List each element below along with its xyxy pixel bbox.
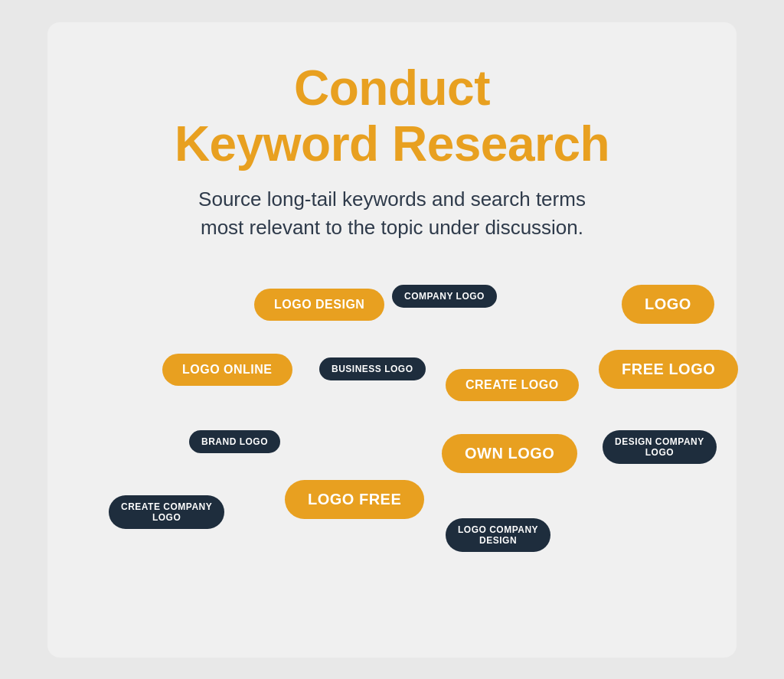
title-section: Conduct Keyword Research Source long-tai… [175, 60, 609, 243]
keyword-tag-logo-online: LOGO ONLINE [162, 354, 292, 386]
keyword-tag-create-company-logo: CREATE COMPANYLOGO [109, 495, 224, 529]
keywords-area: LOGO DESIGNCOMPANY LOGOLOGOLOGO ONLINEBU… [93, 281, 691, 626]
main-container: Conduct Keyword Research Source long-tai… [47, 22, 737, 658]
keyword-tag-design-company-logo: DESIGN COMPANYLOGO [603, 430, 717, 464]
keyword-tag-own-logo: OWN LOGO [442, 434, 577, 473]
keyword-tag-business-logo: BUSINESS LOGO [319, 357, 426, 380]
keyword-tag-company-logo: COMPANY LOGO [392, 285, 497, 308]
subtitle: Source long-tail keywords and search ter… [175, 185, 609, 243]
keyword-tag-create-logo: CREATE LOGO [446, 369, 579, 401]
keyword-tag-logo: LOGO [622, 285, 714, 324]
keyword-tag-logo-free: LOGO FREE [285, 480, 424, 519]
keyword-tag-free-logo: FREE LOGO [599, 350, 738, 389]
keyword-tag-logo-company-design: LOGO COMPANYDESIGN [446, 518, 550, 552]
title-line1: Conduct [294, 60, 490, 116]
keyword-tag-logo-design: LOGO DESIGN [254, 289, 384, 321]
title-line2: Keyword Research [175, 116, 609, 171]
keyword-tag-brand-logo: BRAND LOGO [189, 430, 280, 453]
main-title: Conduct Keyword Research [175, 60, 609, 173]
